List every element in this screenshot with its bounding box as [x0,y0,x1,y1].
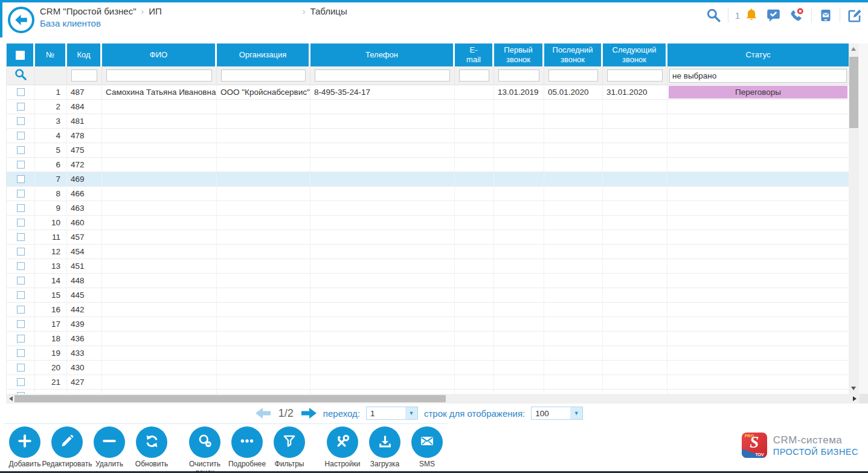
missed-call-icon[interactable] [788,7,805,23]
row-checkbox[interactable] [17,233,25,241]
breadcrumb-root[interactable]: CRM "Простой бизнес" [40,6,137,16]
column-header-next_call[interactable]: Следующий звонок [603,43,667,66]
table-row[interactable]: 3481 [7,114,849,129]
scroll-up-arrow[interactable] [851,47,856,51]
column-header-org[interactable]: Организация [217,43,310,66]
table-row[interactable]: 19433 [7,346,849,361]
next-page-button[interactable] [301,407,317,419]
table-row[interactable]: 2484 [7,100,849,114]
row-checkbox[interactable] [17,306,25,314]
row-checkbox[interactable] [17,248,25,256]
column-header-status[interactable]: Статус [667,43,849,66]
table-row[interactable]: 20430 [7,361,849,375]
row-checkbox[interactable] [17,349,25,357]
table-row[interactable]: 6472 [7,158,849,172]
row-checkbox[interactable] [17,291,25,299]
column-header-fio[interactable]: ФИО [102,43,217,66]
row-checkbox[interactable] [17,335,25,343]
row-checkbox[interactable] [17,204,25,212]
clients-table: №КодФИООрганизацияТелефонE-mailПервый зв… [6,43,868,394]
filter-input-phone[interactable] [315,69,450,82]
scroll-down-arrow[interactable] [851,387,856,390]
row-checkbox[interactable] [17,320,25,328]
row-checkbox[interactable] [17,364,25,372]
horizontal-scrollbar[interactable] [6,394,860,404]
filter-input-org[interactable] [221,69,306,82]
row-checkbox[interactable] [17,175,25,183]
goto-page-select[interactable]: 1 ▼ [366,407,418,420]
breadcrumb-section[interactable]: ИП [149,6,162,16]
row-checkbox[interactable] [17,219,25,227]
chevron-down-icon[interactable]: ▼ [570,407,582,419]
table-row[interactable]: 11457 [7,230,849,245]
prev-page-button[interactable] [255,407,271,419]
column-header-email[interactable]: E-mail [455,43,494,66]
column-header-last_call[interactable]: Последний звонок [544,43,603,66]
rows-per-page-select[interactable]: 100 ▼ [531,407,583,420]
table-row[interactable]: 1487Самохина Татьяна ИвановнаООО "Кройсн… [7,85,849,100]
filter-input-code[interactable] [71,69,97,82]
column-header-first_call[interactable]: Первый звонок [494,43,544,66]
table-row[interactable]: 16442 [7,303,849,317]
toolbar-more-button[interactable] [231,426,263,458]
toolbar-settings-button[interactable] [327,426,358,458]
toolbar-plus-button[interactable] [9,426,40,458]
row-checkbox[interactable] [17,262,25,270]
toolbar-pencil-button[interactable] [51,426,83,458]
select-all-checkbox[interactable] [16,51,25,60]
device-sms-icon[interactable] [818,7,833,24]
table-row[interactable]: 17439 [7,317,849,332]
filter-input-first_call[interactable] [498,69,539,82]
column-header-code[interactable]: Код [67,43,102,66]
column-header-sel[interactable] [7,43,35,66]
table-row[interactable]: 13451 [7,259,849,274]
horizontal-scrollbar-thumb[interactable] [14,395,446,402]
search-icon[interactable] [706,7,721,23]
rows-per-page-label: строк для отображения: [424,408,525,419]
toolbar-refresh-button[interactable] [136,426,167,458]
row-checkbox[interactable] [17,190,25,198]
row-checkbox[interactable] [17,277,25,285]
table-row[interactable]: 8466 [7,187,849,201]
table-row[interactable]: 10460 [7,216,849,230]
table-row[interactable]: 7469 [7,172,849,187]
filter-status-select[interactable] [669,69,847,83]
table-row[interactable]: 5475 [7,143,849,158]
toolbar-clear-search-button[interactable] [189,426,220,458]
column-header-num[interactable]: № [35,43,67,66]
bell-icon[interactable] [744,7,759,23]
toolbar-minus-button[interactable] [94,426,125,458]
table-row[interactable]: 9463 [7,201,849,216]
vertical-scrollbar[interactable] [849,43,859,394]
column-header-phone[interactable]: Телефон [310,43,455,66]
filter-input-next_call[interactable] [607,69,663,82]
toolbar-filter-button[interactable] [274,426,305,458]
row-checkbox[interactable] [17,88,25,96]
toolbar-download-button[interactable] [369,426,400,458]
table-row[interactable]: 18436 [7,332,849,346]
table-row[interactable]: 4478 [7,129,849,143]
back-button[interactable] [8,7,34,33]
row-checkbox[interactable] [17,117,25,125]
chevron-down-icon[interactable]: ▼ [405,407,417,419]
filter-input-email[interactable] [459,69,489,82]
scroll-left-arrow[interactable] [9,396,13,401]
table-row[interactable]: 21427 [7,375,849,390]
chat-icon[interactable] [765,7,782,23]
row-checkbox[interactable] [17,103,25,111]
breadcrumb-page[interactable]: Таблицы [310,6,347,16]
row-checkbox[interactable] [17,132,25,140]
filter-input-last_call[interactable] [548,69,598,82]
edit-icon[interactable] [847,7,863,23]
scroll-right-arrow[interactable] [853,396,857,401]
row-checkbox[interactable] [17,378,25,386]
table-row[interactable]: 12454 [7,245,849,259]
toolbar-sms-button[interactable] [411,426,443,458]
row-checkbox[interactable] [17,161,25,169]
table-row[interactable]: 15445 [7,288,849,303]
filter-input-fio[interactable] [106,69,212,82]
table-row[interactable]: 14448 [7,274,849,288]
vertical-scrollbar-thumb[interactable] [849,57,858,128]
filter-search-icon[interactable] [14,68,27,83]
row-checkbox[interactable] [17,146,25,154]
